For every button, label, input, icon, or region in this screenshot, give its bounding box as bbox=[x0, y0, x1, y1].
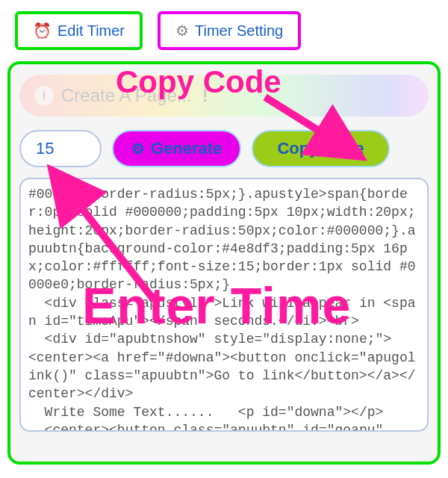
edit-timer-label: Edit Timer bbox=[57, 22, 125, 40]
generate-label: Generate bbox=[151, 139, 222, 158]
create-page-banner: i Create A Page... ! bbox=[19, 75, 429, 117]
timer-setting-label: Timer Setting bbox=[195, 22, 283, 40]
copy-code-button[interactable]: Copy Code bbox=[252, 130, 389, 167]
banner-text: Create A Page... bbox=[61, 85, 192, 106]
main-panel: i Create A Page... ! ⚙ Generate Copy Cod… bbox=[7, 61, 441, 465]
generate-button[interactable]: ⚙ Generate bbox=[112, 130, 241, 167]
controls-row: ⚙ Generate Copy Code bbox=[19, 130, 429, 167]
code-output-area[interactable]: #000000;border-radius:5px;}.apustyle>spa… bbox=[19, 178, 429, 432]
alarm-clock-icon: ⏰ bbox=[33, 22, 52, 40]
gear-icon: ⚙ bbox=[131, 140, 145, 158]
edit-timer-button[interactable]: ⏰ Edit Timer bbox=[15, 11, 143, 50]
timer-setting-button[interactable]: ⚙ Timer Setting bbox=[158, 11, 301, 50]
time-input[interactable] bbox=[19, 130, 102, 167]
banner-bang: ! bbox=[202, 85, 208, 106]
info-icon: i bbox=[34, 86, 54, 105]
gear-icon: ⚙ bbox=[175, 22, 189, 40]
top-button-row: ⏰ Edit Timer ⚙ Timer Setting bbox=[7, 7, 441, 61]
copy-code-label: Copy Code bbox=[277, 139, 364, 158]
